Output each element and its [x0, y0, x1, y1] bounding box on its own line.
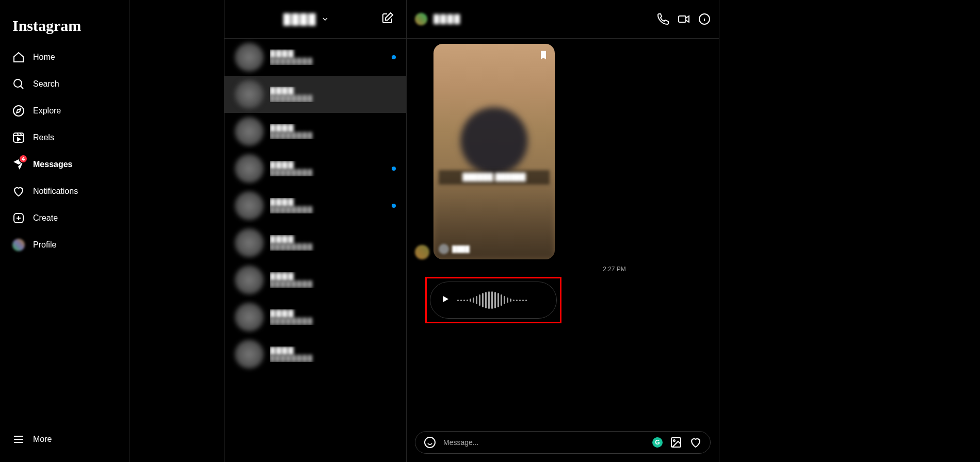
svg-point-6	[425, 437, 435, 448]
chat-body[interactable]: ██████ ██████ ████ 2:27 PM	[407, 39, 719, 431]
thread-avatar	[235, 191, 264, 220]
wave-bar	[491, 291, 493, 309]
nav-search[interactable]: Search	[6, 72, 123, 96]
messages-badge: 4	[19, 154, 28, 163]
thread-preview: ████████	[270, 58, 385, 65]
wave-bar	[470, 299, 471, 302]
thread-info: ████████████	[270, 161, 385, 176]
voice-message[interactable]	[430, 282, 557, 319]
grammarly-icon[interactable]: G	[652, 437, 663, 448]
chat-header: ████	[407, 0, 719, 39]
like-icon[interactable]	[689, 436, 702, 449]
dm-list-column: ████ ███████████████████████████████████…	[224, 0, 407, 462]
thread-name: ████	[270, 124, 396, 132]
thread-avatar	[235, 154, 264, 183]
compose-button[interactable]	[381, 12, 394, 26]
profile-avatar-icon	[12, 239, 25, 251]
thread-item[interactable]: ████████████	[224, 187, 406, 224]
nav-messages[interactable]: 4 Messages	[6, 152, 123, 177]
thread-preview: ████████	[270, 280, 396, 288]
thread-item[interactable]: ████████████	[224, 150, 406, 187]
nav-notifications-label: Notifications	[33, 187, 78, 196]
sidebar: Instagram Home Search Explore Reels 4 Me…	[0, 0, 130, 462]
thread-info: ████████████	[270, 50, 385, 65]
unread-dot	[392, 55, 396, 59]
thread-avatar	[235, 117, 264, 146]
nav-create[interactable]: Create	[6, 206, 123, 230]
unread-dot	[392, 204, 396, 208]
account-switcher[interactable]: ████	[283, 13, 329, 25]
thread-item[interactable]: ████████████	[224, 39, 406, 76]
nav-home[interactable]: Home	[6, 45, 123, 70]
thread-avatar	[235, 80, 264, 109]
nav-home-label: Home	[33, 53, 55, 62]
thread-name: ████	[270, 87, 396, 95]
wave-bar	[485, 292, 487, 308]
svg-point-0	[14, 79, 22, 87]
wave-bar	[460, 300, 462, 301]
nav-reels[interactable]: Reels	[6, 125, 123, 150]
chat-header-avatar[interactable]	[415, 13, 427, 25]
chat-header-name[interactable]: ████	[433, 14, 461, 24]
thread-info: ████████████	[270, 124, 396, 139]
thread-name: ████	[270, 272, 396, 280]
thread-item[interactable]: ████████████	[224, 299, 406, 336]
nav-search-label: Search	[33, 79, 59, 89]
message-composer: G	[415, 431, 711, 454]
thread-avatar	[235, 266, 264, 294]
thread-avatar	[235, 303, 264, 332]
thread-name: ████	[270, 198, 385, 206]
unread-dot	[392, 167, 396, 171]
nav-reels-label: Reels	[33, 133, 54, 142]
shared-post[interactable]: ██████ ██████ ████	[433, 44, 555, 259]
search-icon	[12, 78, 25, 90]
wave-bar	[519, 300, 521, 301]
incoming-message: ██████ ██████ ████	[415, 44, 711, 259]
thread-name: ████	[270, 309, 396, 318]
thread-info: ████████████	[270, 346, 396, 362]
image-icon[interactable]	[670, 436, 682, 449]
thread-item[interactable]: ████████████	[224, 113, 406, 150]
wave-bar	[482, 293, 484, 307]
chevron-down-icon	[321, 15, 329, 23]
chat-column: ████ ██████ ██████ ████ 2:27 PM	[407, 0, 719, 462]
compass-icon	[12, 105, 25, 117]
wave-bar	[497, 293, 499, 307]
thread-item[interactable]: ████████████	[224, 336, 406, 373]
hamburger-icon	[12, 433, 25, 446]
nav-explore[interactable]: Explore	[6, 98, 123, 123]
spacer	[130, 0, 224, 462]
nav-profile[interactable]: Profile	[6, 233, 123, 257]
wave-bar	[479, 294, 480, 306]
wave-bar	[513, 300, 515, 301]
plus-icon	[12, 212, 25, 224]
nav-more[interactable]: More	[6, 427, 123, 452]
thread-avatar	[235, 43, 264, 72]
account-username: ████	[283, 13, 317, 25]
message-input[interactable]	[443, 438, 645, 447]
info-icon[interactable]	[698, 13, 711, 25]
dm-list[interactable]: ████████████████████████████████████████…	[224, 39, 406, 462]
thread-preview: ████████	[270, 243, 396, 251]
sender-avatar[interactable]	[415, 245, 429, 259]
nav-notifications[interactable]: Notifications	[6, 179, 123, 204]
wave-bar	[488, 291, 490, 309]
thread-info: ████████████	[270, 272, 396, 288]
thread-preview: ████████	[270, 206, 385, 213]
nav: Home Search Explore Reels 4 Messages Not…	[6, 43, 123, 427]
thread-item[interactable]: ████████████	[224, 224, 406, 261]
thread-item[interactable]: ████████████	[224, 76, 406, 113]
heart-icon	[12, 185, 25, 197]
wave-bar	[467, 300, 468, 301]
instagram-logo[interactable]: Instagram	[6, 4, 123, 43]
video-icon[interactable]	[678, 13, 690, 25]
play-icon[interactable]	[441, 294, 450, 306]
phone-icon[interactable]	[657, 13, 669, 25]
emoji-icon[interactable]	[424, 436, 436, 449]
wave-bar	[473, 298, 474, 303]
svg-rect-4	[679, 16, 686, 22]
nav-create-label: Create	[33, 213, 58, 223]
thread-item[interactable]: ████████████	[224, 261, 406, 299]
nav-more-label: More	[33, 435, 52, 444]
thread-preview: ████████	[270, 132, 396, 139]
